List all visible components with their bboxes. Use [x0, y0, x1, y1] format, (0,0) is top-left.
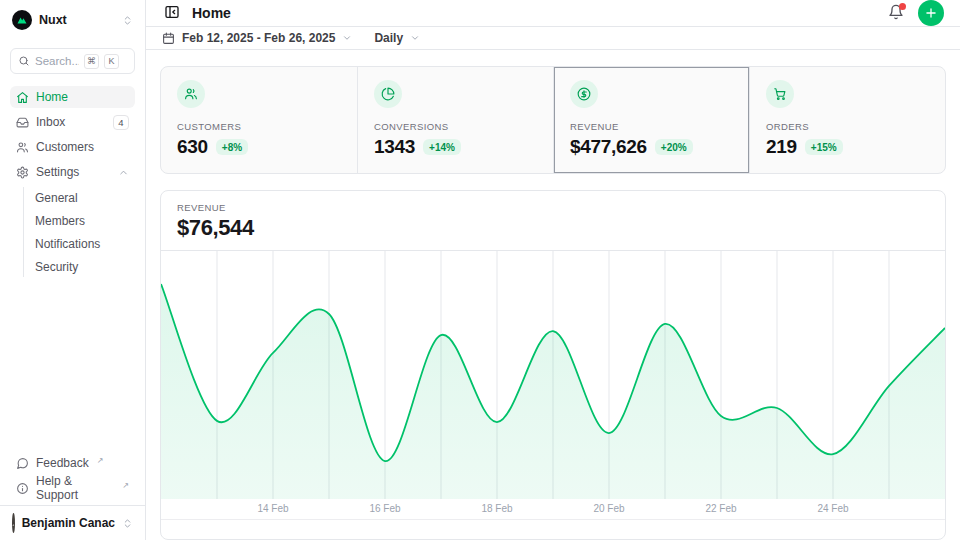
- sidebar-item-label: General: [35, 191, 78, 205]
- x-tick-label: 22 Feb: [705, 503, 736, 514]
- dollar-circle-icon: [570, 80, 598, 108]
- sidebar: Nuxt ⌘ K Home Inb: [0, 0, 146, 540]
- stat-card-conversions[interactable]: CONVERSIONS 1343 +14%: [357, 67, 553, 173]
- chevron-down-icon: [410, 33, 420, 43]
- x-tick-label: 24 Feb: [817, 503, 848, 514]
- sidebar-item-home[interactable]: Home: [10, 86, 135, 108]
- stat-label: CUSTOMERS: [177, 121, 341, 132]
- stat-label: REVENUE: [570, 121, 733, 132]
- external-link-icon: ↗: [122, 481, 129, 490]
- feedback-link[interactable]: Feedback ↗: [10, 452, 135, 474]
- user-menu[interactable]: Benjamin Canac: [0, 505, 145, 540]
- revenue-area-chart: [161, 251, 945, 499]
- sidebar-item-general[interactable]: General: [35, 187, 135, 208]
- kbd-meta: ⌘: [84, 54, 99, 69]
- sidebar-item-settings[interactable]: Settings: [10, 161, 135, 183]
- chart-metric-label: REVENUE: [177, 202, 929, 213]
- workspace-name: Nuxt: [39, 13, 115, 27]
- sidebar-item-label: Settings: [36, 165, 79, 179]
- add-button[interactable]: [918, 0, 944, 26]
- app-window: Nuxt ⌘ K Home Inb: [0, 0, 960, 540]
- search-icon: [18, 55, 30, 67]
- stat-label: CONVERSIONS: [374, 121, 537, 132]
- panel-left-close-icon: [164, 4, 180, 20]
- users-icon: [16, 141, 29, 154]
- sidebar-item-label: Inbox: [36, 115, 65, 129]
- user-name: Benjamin Canac: [22, 516, 115, 530]
- main-area: Home Fe: [146, 0, 960, 540]
- inbox-count-badge: 4: [113, 115, 129, 130]
- stat-value: $477,626: [570, 136, 647, 158]
- stat-value: 1343: [374, 136, 415, 158]
- notification-dot: [899, 3, 906, 10]
- x-tick-label: 16 Feb: [369, 503, 400, 514]
- x-tick-label: 20 Feb: [593, 503, 624, 514]
- stat-delta-badge: +8%: [216, 139, 248, 155]
- chevrons-up-down-icon: [122, 15, 133, 26]
- x-tick-label: 14 Feb: [257, 503, 288, 514]
- sidebar-item-members[interactable]: Members: [35, 210, 135, 231]
- chart-header: REVENUE $76,544: [161, 191, 945, 251]
- pie-chart-icon: [374, 80, 402, 108]
- dashboard-content: CUSTOMERS 630 +8% CONVERSIONS 1343 +14%: [146, 50, 960, 540]
- stat-delta-badge: +15%: [805, 139, 843, 155]
- inbox-icon: [16, 116, 29, 129]
- stat-card-orders[interactable]: ORDERS 219 +15%: [749, 67, 945, 173]
- sidebar-item-notifications[interactable]: Notifications: [35, 233, 135, 254]
- sidebar-item-label: Customers: [36, 140, 94, 154]
- kbd-k: K: [104, 54, 119, 69]
- message-circle-icon: [16, 457, 29, 470]
- chevron-down-icon: [342, 33, 352, 43]
- revenue-chart-card: REVENUE $76,544 14 Feb16 Feb18 Feb20 Feb…: [160, 190, 946, 540]
- search-field[interactable]: [35, 55, 79, 67]
- stat-value: 630: [177, 136, 208, 158]
- sidebar-item-label: Home: [36, 90, 68, 104]
- sidebar-nav: Home Inbox 4 Customers Sett: [0, 78, 145, 277]
- users-icon: [177, 80, 205, 108]
- sidebar-item-customers[interactable]: Customers: [10, 136, 135, 158]
- shopping-cart-icon: [766, 80, 794, 108]
- stat-delta-badge: +14%: [423, 139, 461, 155]
- collapse-sidebar-button[interactable]: [162, 2, 182, 25]
- stat-card-revenue[interactable]: REVENUE $477,626 +20%: [553, 67, 749, 173]
- sidebar-item-label: Help & Support: [36, 474, 114, 502]
- stat-delta-badge: +20%: [655, 139, 693, 155]
- gear-icon: [16, 166, 29, 179]
- sidebar-item-security[interactable]: Security: [35, 256, 135, 277]
- stat-label: ORDERS: [766, 121, 929, 132]
- date-range-label: Feb 12, 2025 - Feb 26, 2025: [182, 31, 335, 45]
- sidebar-item-inbox[interactable]: Inbox 4: [10, 111, 135, 133]
- stats-grid: CUSTOMERS 630 +8% CONVERSIONS 1343 +14%: [160, 66, 946, 174]
- chevron-up-icon: [118, 167, 129, 178]
- sidebar-item-label: Feedback: [36, 456, 89, 470]
- external-link-icon: ↗: [97, 456, 104, 465]
- help-support-link[interactable]: Help & Support ↗: [10, 477, 135, 499]
- house-icon: [16, 91, 29, 104]
- chevrons-up-down-icon: [122, 518, 133, 529]
- search-input[interactable]: ⌘ K: [10, 48, 135, 74]
- date-range-picker[interactable]: Feb 12, 2025 - Feb 26, 2025: [162, 31, 352, 45]
- top-header: Home: [146, 0, 960, 27]
- stat-card-customers[interactable]: CUSTOMERS 630 +8%: [161, 67, 357, 173]
- calendar-icon: [162, 32, 175, 45]
- chart-plot: [161, 251, 945, 499]
- plus-icon: [924, 6, 938, 20]
- chart-x-axis: 14 Feb16 Feb18 Feb20 Feb22 Feb24 Feb: [161, 499, 945, 520]
- sidebar-item-label: Members: [35, 214, 85, 228]
- sidebar-footer: Feedback ↗ Help & Support ↗: [0, 452, 145, 505]
- settings-submenu: General Members Notifications Security: [23, 187, 135, 277]
- info-icon: [16, 482, 29, 495]
- filters-toolbar: Feb 12, 2025 - Feb 26, 2025 Daily: [146, 27, 960, 50]
- chart-metric-value: $76,544: [177, 215, 929, 241]
- page-title: Home: [192, 5, 231, 21]
- nuxt-logo-icon: [12, 10, 32, 30]
- sidebar-item-label: Notifications: [35, 237, 100, 251]
- sidebar-item-label: Security: [35, 260, 78, 274]
- stat-value: 219: [766, 136, 797, 158]
- notifications-button[interactable]: [886, 2, 906, 25]
- granularity-label: Daily: [374, 31, 403, 45]
- workspace-switcher[interactable]: Nuxt: [0, 0, 145, 40]
- avatar: [12, 513, 15, 533]
- x-tick-label: 18 Feb: [481, 503, 512, 514]
- granularity-select[interactable]: Daily: [374, 31, 420, 45]
